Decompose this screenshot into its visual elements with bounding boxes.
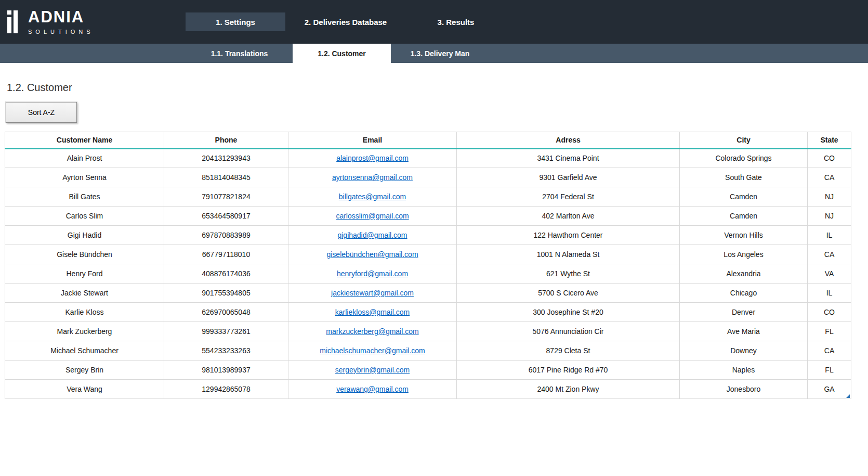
- email-cell: verawang@gmail.com: [288, 380, 457, 399]
- email-link[interactable]: ayrtonsenna@gmail.com: [332, 173, 413, 182]
- table-row: Mark Zuckerberg999333773261markzuckerber…: [5, 322, 851, 341]
- city-cell: Colorado Springs: [680, 149, 808, 168]
- header-adress: Adress: [457, 132, 680, 149]
- address-cell: 402 Marlton Ave: [457, 207, 680, 226]
- state-cell: GA: [808, 380, 851, 399]
- phone-cell: 981013989937: [164, 361, 288, 380]
- email-cell: ayrtonsenna@gmail.com: [288, 168, 457, 187]
- customer-name-cell: Gisele Bündchen: [5, 245, 164, 264]
- table-row: Michael Schumacher554233233263michaelsch…: [5, 341, 851, 361]
- email-link[interactable]: michaelschumacher@gmail.com: [320, 346, 425, 355]
- email-link[interactable]: henryford@gmail.com: [337, 269, 408, 278]
- email-link[interactable]: karliekloss@gmail.com: [335, 308, 410, 316]
- customer-name-cell: Gigi Hadid: [5, 226, 164, 245]
- main-content: 1.2. Customer Sort A-Z Customer Name Pho…: [0, 82, 868, 399]
- state-cell: FL: [808, 361, 851, 380]
- table-row: Sergey Brin981013989937sergeybrin@gmail.…: [5, 361, 851, 380]
- bar-chart-icon: [7, 10, 23, 33]
- subtab-customer[interactable]: 1.2. Customer: [293, 44, 391, 63]
- table-row: Alain Prost204131293943alainprost@gmail.…: [5, 149, 851, 168]
- customer-name-cell: Bill Gates: [5, 187, 164, 207]
- phone-cell: 697870883989: [164, 226, 288, 245]
- customer-name-cell: Henry Ford: [5, 264, 164, 284]
- address-cell: 2704 Federal St: [457, 187, 680, 207]
- customer-table: Customer Name Phone Email Adress City St…: [5, 132, 851, 399]
- header-state: State: [808, 132, 851, 149]
- city-cell: Camden: [680, 187, 808, 207]
- state-cell: CA: [808, 168, 851, 187]
- page-title: 1.2. Customer: [7, 82, 863, 94]
- customer-name-cell: Ayrton Senna: [5, 168, 164, 187]
- customer-table-body: Alain Prost204131293943alainprost@gmail.…: [5, 149, 851, 399]
- phone-cell: 653464580917: [164, 207, 288, 226]
- state-cell: NJ: [808, 207, 851, 226]
- email-cell: michaelschumacher@gmail.com: [288, 341, 457, 361]
- address-cell: 2400 Mt Zion Pkwy: [457, 380, 680, 399]
- phone-cell: 667797118010: [164, 245, 288, 264]
- email-cell: markzuckerberg@gmail.com: [288, 322, 457, 341]
- city-cell: Jonesboro: [680, 380, 808, 399]
- tab-results[interactable]: 3. Results: [406, 12, 506, 31]
- email-link[interactable]: markzuckerberg@gmail.com: [326, 327, 418, 336]
- address-cell: 5700 S Cicero Ave: [457, 284, 680, 303]
- tab-deliveries-database[interactable]: 2. Deliveries Database: [285, 12, 406, 31]
- state-cell: VA: [808, 264, 851, 284]
- email-cell: carlosslim@gmail.com: [288, 207, 457, 226]
- city-cell: Naples: [680, 361, 808, 380]
- email-cell: jackiestewart@gmail.com: [288, 284, 457, 303]
- state-cell: IL: [808, 226, 851, 245]
- customer-name-cell: Jackie Stewart: [5, 284, 164, 303]
- city-cell: Ave Maria: [680, 322, 808, 341]
- phone-cell: 408876174036: [164, 264, 288, 284]
- header-row: Customer Name Phone Email Adress City St…: [5, 132, 851, 149]
- email-cell: henryford@gmail.com: [288, 264, 457, 284]
- header-city: City: [680, 132, 808, 149]
- email-link[interactable]: billgates@gmail.com: [339, 192, 406, 201]
- header-phone: Phone: [164, 132, 288, 149]
- city-cell: Downey: [680, 341, 808, 361]
- address-cell: 8729 Cleta St: [457, 341, 680, 361]
- email-link[interactable]: gigihadid@gmail.com: [337, 231, 407, 239]
- table-row: Henry Ford408876174036henryford@gmail.co…: [5, 264, 851, 284]
- email-link[interactable]: jackiestewart@gmail.com: [331, 289, 414, 297]
- city-cell: Chicago: [680, 284, 808, 303]
- email-link[interactable]: giselebündchen@gmail.com: [326, 250, 418, 259]
- subtab-delivery-man[interactable]: 1.3. Delivery Man: [391, 44, 489, 63]
- email-link[interactable]: sergeybrin@gmail.com: [335, 366, 410, 374]
- customer-name-cell: Vera Wang: [5, 380, 164, 399]
- email-cell: sergeybrin@gmail.com: [288, 361, 457, 380]
- address-cell: 300 Josephine St #20: [457, 303, 680, 322]
- brand-subtitle: SOLUTIONS: [28, 29, 94, 35]
- table-resize-handle[interactable]: [846, 394, 850, 398]
- phone-cell: 626970065048: [164, 303, 288, 322]
- city-cell: South Gate: [680, 168, 808, 187]
- top-header-bar: ADNIA SOLUTIONS 1. Settings 2. Deliverie…: [0, 0, 868, 44]
- email-link[interactable]: carlosslim@gmail.com: [336, 212, 409, 220]
- city-cell: Denver: [680, 303, 808, 322]
- email-cell: giselebündchen@gmail.com: [288, 245, 457, 264]
- phone-cell: 554233233263: [164, 341, 288, 361]
- phone-cell: 791077821824: [164, 187, 288, 207]
- phone-cell: 129942865078: [164, 380, 288, 399]
- city-cell: Camden: [680, 207, 808, 226]
- table-row: Vera Wang129942865078verawang@gmail.com2…: [5, 380, 851, 399]
- state-cell: CO: [808, 149, 851, 168]
- table-row: Bill Gates791077821824billgates@gmail.co…: [5, 187, 851, 207]
- email-link[interactable]: verawang@gmail.com: [336, 385, 409, 393]
- email-cell: gigihadid@gmail.com: [288, 226, 457, 245]
- customer-table-wrap: Customer Name Phone Email Adress City St…: [5, 132, 851, 399]
- customer-name-cell: Carlos Slim: [5, 207, 164, 226]
- phone-cell: 204131293943: [164, 149, 288, 168]
- state-cell: IL: [808, 284, 851, 303]
- table-row: Gigi Hadid697870883989gigihadid@gmail.co…: [5, 226, 851, 245]
- state-cell: NJ: [808, 187, 851, 207]
- subtab-translations[interactable]: 1.1. Translations: [186, 44, 293, 63]
- address-cell: 122 Hawthorn Center: [457, 226, 680, 245]
- table-row: Gisele Bündchen667797118010giselebündche…: [5, 245, 851, 264]
- tab-settings[interactable]: 1. Settings: [186, 12, 285, 31]
- main-tabs: 1. Settings 2. Deliveries Database 3. Re…: [186, 0, 506, 44]
- email-link[interactable]: alainprost@gmail.com: [336, 154, 409, 162]
- phone-cell: 999333773261: [164, 322, 288, 341]
- sort-az-button[interactable]: Sort A-Z: [6, 102, 77, 123]
- header-customer-name: Customer Name: [5, 132, 164, 149]
